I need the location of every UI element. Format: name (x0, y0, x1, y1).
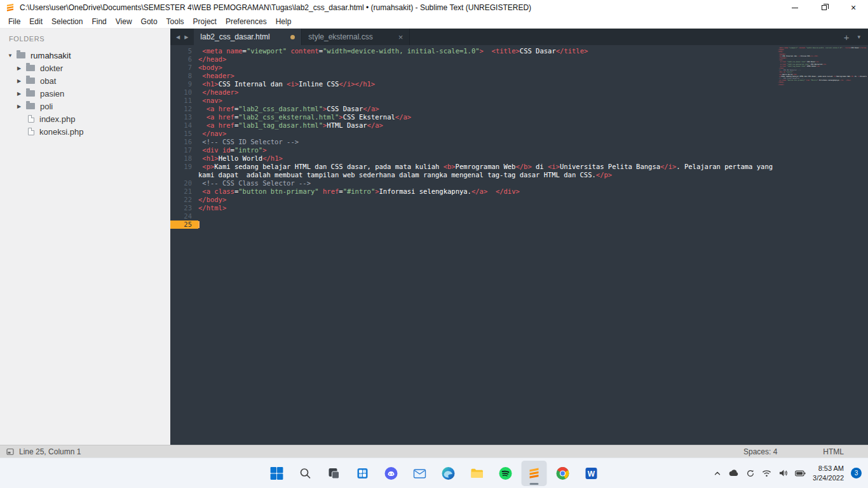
code-line[interactable]: 12 <a href="lab2_css_dasar.html">CSS Das… (170, 105, 787, 113)
menu-bar: FileEditSelectionFindViewGotoToolsProjec… (0, 15, 868, 29)
volume-icon[interactable] (778, 469, 788, 477)
code-line-text: </head> (198, 55, 226, 64)
folder-expanded-arrow-icon[interactable]: ▼ (8, 53, 17, 58)
folder-collapsed-arrow-icon[interactable]: ▶ (17, 78, 26, 84)
code-line[interactable]: 13 <a href="lab2_css_eksternal.html">CSS… (170, 113, 787, 121)
menu-goto[interactable]: Goto (137, 16, 162, 27)
code-line[interactable]: 25 (170, 220, 787, 229)
menu-tools[interactable]: Tools (162, 16, 189, 27)
code-area[interactable]: 5 <meta name="viewport" content="width=d… (170, 45, 868, 445)
code-line[interactable]: 20 <!-- CSS Class Selector --> (170, 179, 787, 187)
sidebar-item-pasien[interactable]: ▶pasien (0, 87, 170, 100)
maximize-button[interactable] (810, 0, 839, 15)
notification-badge[interactable]: 3 (851, 468, 862, 478)
line-number: 9 (170, 80, 198, 88)
menu-file[interactable]: File (4, 16, 25, 27)
code-line[interactable]: 9 <h1>CSS Internal dan <i>Inline CSS</i>… (170, 80, 787, 88)
sync-icon[interactable] (746, 469, 755, 478)
sidebar: FOLDERS ▼rumahsakit▶dokter▶obat▶pasien▶p… (0, 29, 170, 445)
widgets-icon[interactable] (350, 461, 376, 486)
tab-style-eksternal-css[interactable]: style_eksternal.css× (302, 29, 410, 45)
close-button[interactable]: × (839, 0, 868, 15)
code-line[interactable]: 19 <p>Kami sedang belajar HTML dan CSS d… (170, 163, 787, 179)
line-number: 14 (170, 121, 198, 130)
syntax-selector[interactable]: HTML (823, 447, 844, 456)
text-cursor (198, 221, 200, 228)
code-line[interactable]: 15 </nav> (170, 130, 787, 138)
chrome-icon[interactable] (550, 461, 576, 486)
code-line[interactable]: 11 <nav> (170, 97, 787, 105)
line-number: 16 (170, 138, 198, 146)
window-controls: × (780, 0, 868, 15)
folder-collapsed-arrow-icon[interactable]: ▶ (17, 65, 26, 71)
tray-chevron-icon[interactable] (713, 469, 722, 478)
tab-scroll-right-icon[interactable]: ▶ (184, 34, 188, 40)
folders-heading: FOLDERS (0, 34, 170, 49)
mail-icon[interactable] (407, 461, 433, 486)
sidebar-item-koneksi-php[interactable]: koneksi.php (0, 125, 170, 138)
code-line-text: </body> (198, 196, 226, 204)
sidebar-item-index-php[interactable]: index.php (0, 112, 170, 125)
indent-setting[interactable]: Spaces: 4 (743, 447, 777, 456)
edge-icon[interactable] (436, 461, 461, 486)
code-line[interactable]: 23</html> (170, 204, 787, 212)
code-line[interactable]: 18 <h1>Hello World</h1> (170, 154, 787, 163)
folder-icon (26, 103, 35, 109)
code-line-text: <nav> (198, 97, 222, 105)
new-tab-button[interactable]: + (844, 32, 850, 42)
line-number: 12 (170, 105, 198, 113)
folder-collapsed-arrow-icon[interactable]: ▶ (17, 104, 26, 109)
taskbar-clock[interactable]: 8:53 AM 3/24/2022 (813, 464, 844, 482)
sublime-taskbar-icon[interactable] (522, 461, 547, 486)
spotify-icon[interactable] (493, 461, 519, 486)
code-line[interactable]: 10 </header> (170, 88, 787, 97)
code-line[interactable]: 6</head> (170, 55, 787, 64)
menu-find[interactable]: Find (87, 16, 111, 27)
sidebar-item-label: poli (40, 102, 53, 111)
search-icon[interactable] (293, 461, 318, 486)
code-line[interactable]: 5 <meta name="viewport" content="width=d… (170, 47, 787, 55)
code-line[interactable]: 24 (170, 212, 787, 220)
start-button[interactable] (264, 461, 290, 486)
sidebar-item-rumahsakit[interactable]: ▼rumahsakit (0, 49, 170, 62)
menu-selection[interactable]: Selection (47, 16, 87, 27)
word-icon[interactable]: W (579, 461, 604, 486)
battery-icon[interactable] (795, 470, 806, 477)
code-line[interactable]: 16 <!-- CSS ID Selector --> (170, 138, 787, 146)
menu-view[interactable]: View (111, 16, 137, 27)
status-bar: Line 25, Column 1 Spaces: 4 HTML (0, 445, 868, 458)
code-line[interactable]: 7<body> (170, 64, 787, 72)
line-number: 25 (170, 220, 198, 229)
status-left: Line 25, Column 1 (6, 447, 81, 456)
code-line[interactable]: 14 <a href="lab1_tag_dasar.html">HTML Da… (170, 121, 787, 130)
tab-scroll-left-icon[interactable]: ◀ (176, 34, 180, 40)
menu-edit[interactable]: Edit (25, 16, 47, 27)
code-line[interactable]: 17 <div id="intro"> (170, 146, 787, 154)
sidebar-item-poli[interactable]: ▶poli (0, 100, 170, 112)
minimize-button[interactable] (780, 0, 810, 15)
status-panel-icon[interactable] (6, 448, 14, 456)
tab-overflow-button[interactable]: ▾ (857, 34, 860, 40)
onedrive-cloud-icon[interactable] (729, 470, 739, 477)
code-line-text: <h1>Hello World</h1> (198, 154, 283, 163)
taskview-icon[interactable] (322, 461, 347, 486)
line-number: 19 (170, 163, 198, 179)
code-line-text: </html> (198, 204, 226, 212)
folder-collapsed-arrow-icon[interactable]: ▶ (17, 91, 26, 97)
code-line[interactable]: 8 <header> (170, 72, 787, 80)
menu-project[interactable]: Project (189, 16, 221, 27)
tab-lab2-css-dasar-html[interactable]: lab2_css_dasar.html (194, 29, 302, 45)
wifi-icon[interactable] (762, 470, 771, 477)
discord-icon[interactable] (379, 461, 404, 486)
sidebar-item-obat[interactable]: ▶obat (0, 74, 170, 87)
code-line-text: <p>Kami sedang belajar HTML dan CSS dasa… (198, 163, 787, 179)
menu-preferences[interactable]: Preferences (221, 16, 271, 27)
file-explorer-icon[interactable] (465, 461, 490, 486)
close-tab-icon[interactable]: × (398, 32, 403, 42)
code-line[interactable]: 21 <a class="button btn-primary" href="#… (170, 187, 787, 196)
minimap[interactable]: <meta name="viewport" content="width=dev… (778, 47, 867, 86)
tab-label: style_eksternal.css (308, 32, 393, 41)
sidebar-item-dokter[interactable]: ▶dokter (0, 62, 170, 74)
menu-help[interactable]: Help (271, 16, 296, 27)
code-line[interactable]: 22</body> (170, 196, 787, 204)
